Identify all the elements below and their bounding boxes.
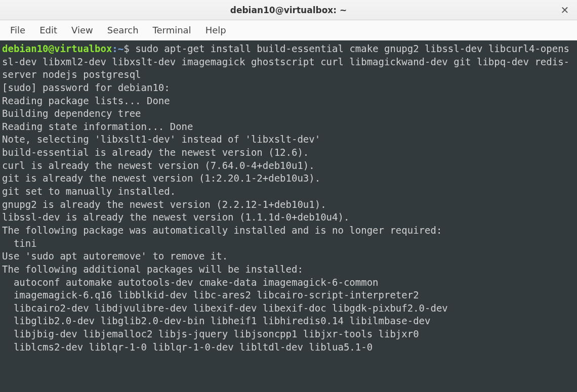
- window-title: debian10@virtualbox: ~: [230, 5, 347, 15]
- terminal-output: [sudo] password for debian10: Reading pa…: [2, 82, 448, 353]
- menu-edit[interactable]: Edit: [32, 22, 64, 38]
- prompt-sigil: $: [123, 43, 135, 54]
- prompt-user-host: debian10@virtualbox: [2, 43, 112, 54]
- prompt-separator: :: [112, 43, 117, 54]
- close-icon[interactable]: ✕: [559, 4, 571, 16]
- terminal-window: debian10@virtualbox: ~ ✕ File Edit View …: [0, 0, 577, 392]
- menu-view[interactable]: View: [64, 22, 100, 38]
- prompt-path: ~: [118, 43, 123, 54]
- terminal-viewport[interactable]: debian10@virtualbox:~$ sudo apt-get inst…: [0, 40, 577, 392]
- menu-help[interactable]: Help: [198, 22, 233, 38]
- menu-file[interactable]: File: [3, 22, 32, 38]
- titlebar: debian10@virtualbox: ~ ✕: [0, 0, 577, 20]
- menu-terminal[interactable]: Terminal: [146, 22, 198, 38]
- menubar: File Edit View Search Terminal Help: [0, 20, 577, 40]
- menu-search[interactable]: Search: [100, 22, 146, 38]
